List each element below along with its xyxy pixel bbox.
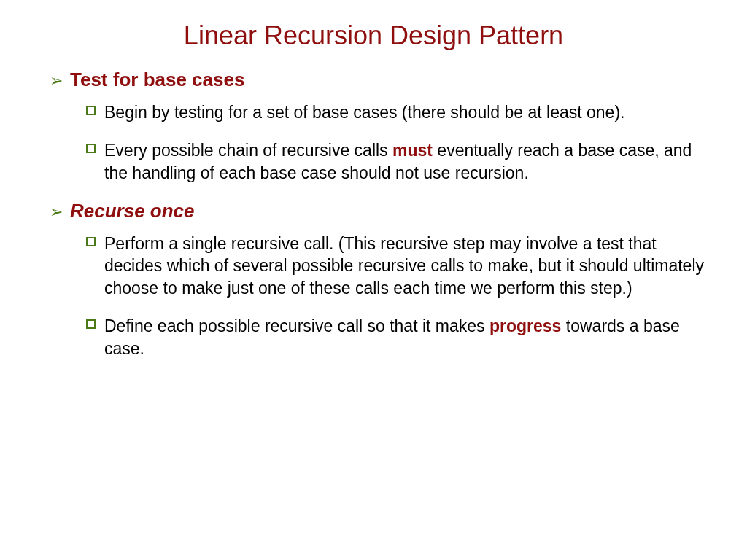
bullet-0-0-text: Begin by testing for a set of base cases…	[104, 101, 624, 123]
section-1-heading: Recurse once	[70, 200, 195, 222]
square-icon	[86, 144, 96, 153]
section-0: ➢ Test for base cases Begin by testing f…	[50, 69, 711, 184]
square-icon	[86, 106, 96, 115]
bullet-1-0-text: Perform a single recursive call. (This r…	[104, 233, 711, 299]
bullet-1-1: Define each possible recursive call so t…	[86, 315, 711, 359]
bullet-1-0: Perform a single recursive call. (This r…	[86, 233, 711, 299]
square-icon	[86, 237, 96, 246]
bullet-0-1-text: Every possible chain of recursive calls …	[104, 139, 711, 184]
section-1-head: ➢ Recurse once	[50, 200, 711, 222]
section-1: ➢ Recurse once Perform a single recursiv…	[50, 200, 711, 359]
section-0-head: ➢ Test for base cases	[50, 69, 711, 91]
bullet-1-1-text: Define each possible recursive call so t…	[104, 315, 711, 359]
section-0-heading: Test for base cases	[70, 69, 244, 91]
arrow-icon: ➢	[50, 71, 63, 90]
bullet-0-0: Begin by testing for a set of base cases…	[86, 101, 711, 123]
slide-title: Linear Recursion Design Pattern	[36, 20, 711, 51]
bullet-0-1: Every possible chain of recursive calls …	[86, 139, 711, 184]
arrow-icon: ➢	[50, 203, 63, 222]
slide-body: Linear Recursion Design Pattern ➢ Test f…	[0, 0, 747, 390]
square-icon	[86, 319, 96, 329]
